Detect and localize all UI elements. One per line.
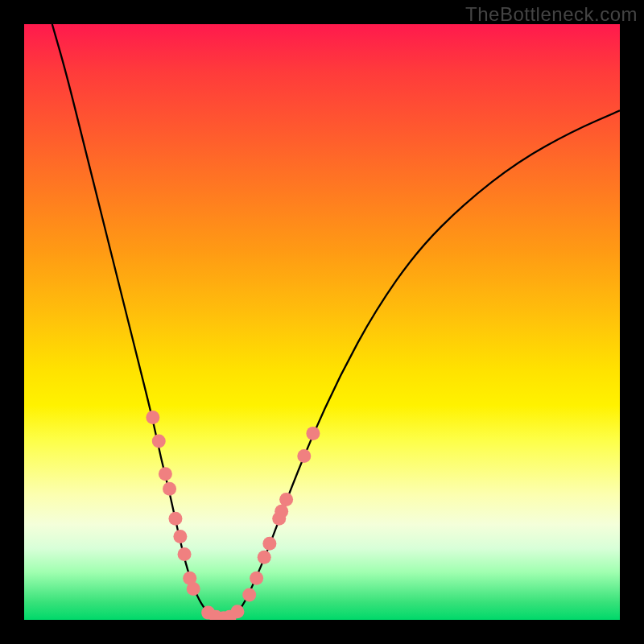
bottleneck-curve-right: [222, 110, 620, 620]
scatter-point: [297, 449, 311, 463]
chart-frame: [24, 24, 620, 620]
scatter-point: [178, 547, 192, 561]
scatter-point: [279, 493, 293, 506]
chart-svg: [24, 24, 620, 620]
scatter-point: [242, 588, 256, 601]
scatter-point: [262, 537, 276, 551]
scatter-point: [275, 505, 288, 518]
scatter-point: [173, 530, 187, 543]
scatter-point: [168, 512, 182, 526]
scatter-point: [159, 467, 172, 481]
scatter-points: [146, 411, 320, 620]
scatter-point: [230, 605, 244, 618]
scatter-point: [187, 582, 200, 596]
scatter-point: [306, 427, 320, 440]
scatter-point: [250, 572, 263, 585]
watermark-text: TheBottleneck.com: [465, 3, 638, 26]
scatter-point: [163, 482, 176, 496]
bottleneck-curve-left: [52, 24, 223, 620]
scatter-point: [152, 435, 166, 448]
scatter-point: [146, 411, 159, 424]
scatter-point: [258, 551, 271, 564]
